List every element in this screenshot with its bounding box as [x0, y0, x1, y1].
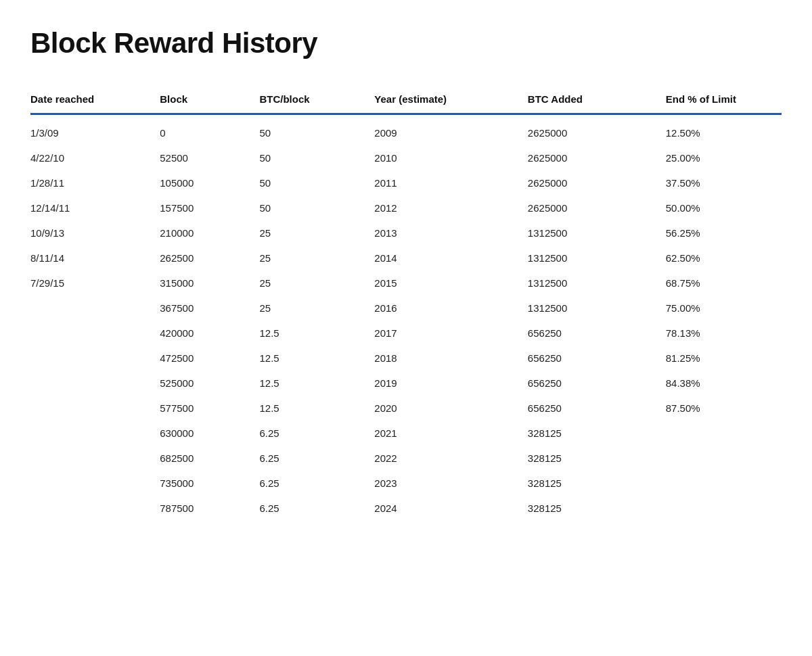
- cell-btcblock-15: 6.25: [252, 496, 367, 521]
- column-header-date: Date reached: [30, 87, 153, 114]
- column-header-block: Block: [153, 87, 252, 114]
- cell-date-4: 10/9/13: [30, 220, 153, 245]
- cell-block-4: 210000: [153, 220, 252, 245]
- cell-block-0: 0: [153, 114, 252, 146]
- table-row: 52500012.5201965625084.38%: [30, 371, 782, 396]
- cell-btcblock-8: 12.5: [252, 321, 367, 346]
- cell-btcblock-2: 50: [252, 170, 367, 195]
- cell-btcblock-10: 12.5: [252, 371, 367, 396]
- cell-date-3: 12/14/11: [30, 195, 153, 220]
- cell-btcblock-4: 25: [252, 220, 367, 245]
- cell-endlimit-13: [659, 446, 782, 471]
- cell-date-0: 1/3/09: [30, 114, 153, 146]
- table-row: 12/14/11157500502012262500050.00%: [30, 195, 782, 220]
- page-title: Block Reward History: [30, 27, 782, 60]
- cell-date-1: 4/22/10: [30, 145, 153, 170]
- column-header-btcadded: BTC Added: [521, 87, 659, 114]
- cell-year-14: 2023: [367, 471, 521, 496]
- cell-btcadded-3: 2625000: [521, 195, 659, 220]
- table-row: 367500252016131250075.00%: [30, 296, 782, 321]
- cell-year-10: 2019: [367, 371, 521, 396]
- table-row: 42000012.5201765625078.13%: [30, 321, 782, 346]
- cell-block-6: 315000: [153, 271, 252, 296]
- cell-year-15: 2024: [367, 496, 521, 521]
- cell-year-3: 2012: [367, 195, 521, 220]
- table-row: 6825006.252022328125: [30, 446, 782, 471]
- table-row: 6300006.252021328125: [30, 421, 782, 446]
- cell-year-6: 2015: [367, 271, 521, 296]
- cell-block-5: 262500: [153, 245, 252, 271]
- cell-btcblock-12: 6.25: [252, 421, 367, 446]
- cell-year-5: 2014: [367, 245, 521, 271]
- cell-btcadded-13: 328125: [521, 446, 659, 471]
- cell-year-8: 2017: [367, 321, 521, 346]
- cell-year-4: 2013: [367, 220, 521, 245]
- cell-date-6: 7/29/15: [30, 271, 153, 296]
- cell-endlimit-12: [659, 421, 782, 446]
- cell-btcadded-1: 2625000: [521, 145, 659, 170]
- cell-year-9: 2018: [367, 346, 521, 371]
- cell-btcblock-6: 25: [252, 271, 367, 296]
- cell-endlimit-0: 12.50%: [659, 114, 782, 146]
- cell-block-11: 577500: [153, 396, 252, 421]
- cell-endlimit-10: 84.38%: [659, 371, 782, 396]
- cell-year-1: 2010: [367, 145, 521, 170]
- cell-btcadded-9: 656250: [521, 346, 659, 371]
- cell-date-2: 1/28/11: [30, 170, 153, 195]
- cell-block-7: 367500: [153, 296, 252, 321]
- cell-btcadded-8: 656250: [521, 321, 659, 346]
- cell-date-13: [30, 446, 153, 471]
- cell-btcadded-2: 2625000: [521, 170, 659, 195]
- column-header-year: Year (estimate): [367, 87, 521, 114]
- cell-btcblock-9: 12.5: [252, 346, 367, 371]
- cell-block-8: 420000: [153, 321, 252, 346]
- cell-endlimit-14: [659, 471, 782, 496]
- cell-btcblock-1: 50: [252, 145, 367, 170]
- cell-btcadded-4: 1312500: [521, 220, 659, 245]
- cell-btcblock-7: 25: [252, 296, 367, 321]
- cell-btcblock-14: 6.25: [252, 471, 367, 496]
- column-header-endlimit: End % of Limit: [659, 87, 782, 114]
- cell-block-3: 157500: [153, 195, 252, 220]
- cell-endlimit-2: 37.50%: [659, 170, 782, 195]
- cell-endlimit-8: 78.13%: [659, 321, 782, 346]
- table-row: 7/29/15315000252015131250068.75%: [30, 271, 782, 296]
- cell-block-1: 52500: [153, 145, 252, 170]
- cell-year-0: 2009: [367, 114, 521, 146]
- block-reward-table: Date reachedBlockBTC/blockYear (estimate…: [30, 87, 782, 521]
- cell-date-8: [30, 321, 153, 346]
- cell-btcadded-5: 1312500: [521, 245, 659, 271]
- cell-endlimit-11: 87.50%: [659, 396, 782, 421]
- cell-btcadded-12: 328125: [521, 421, 659, 446]
- cell-endlimit-3: 50.00%: [659, 195, 782, 220]
- cell-block-2: 105000: [153, 170, 252, 195]
- cell-btcblock-0: 50: [252, 114, 367, 146]
- cell-block-10: 525000: [153, 371, 252, 396]
- cell-year-7: 2016: [367, 296, 521, 321]
- cell-date-10: [30, 371, 153, 396]
- cell-endlimit-1: 25.00%: [659, 145, 782, 170]
- table-row: 57750012.5202065625087.50%: [30, 396, 782, 421]
- cell-year-13: 2022: [367, 446, 521, 471]
- table-row: 7875006.252024328125: [30, 496, 782, 521]
- cell-date-14: [30, 471, 153, 496]
- cell-btcadded-6: 1312500: [521, 271, 659, 296]
- table-row: 47250012.5201865625081.25%: [30, 346, 782, 371]
- column-header-btcblock: BTC/block: [252, 87, 367, 114]
- table-row: 1/28/11105000502011262500037.50%: [30, 170, 782, 195]
- cell-block-13: 682500: [153, 446, 252, 471]
- cell-date-12: [30, 421, 153, 446]
- cell-year-11: 2020: [367, 396, 521, 421]
- cell-block-12: 630000: [153, 421, 252, 446]
- cell-endlimit-15: [659, 496, 782, 521]
- cell-btcblock-3: 50: [252, 195, 367, 220]
- cell-btcadded-7: 1312500: [521, 296, 659, 321]
- cell-date-7: [30, 296, 153, 321]
- cell-year-12: 2021: [367, 421, 521, 446]
- cell-block-15: 787500: [153, 496, 252, 521]
- cell-btcblock-11: 12.5: [252, 396, 367, 421]
- cell-year-2: 2011: [367, 170, 521, 195]
- cell-block-9: 472500: [153, 346, 252, 371]
- cell-btcblock-13: 6.25: [252, 446, 367, 471]
- cell-btcadded-14: 328125: [521, 471, 659, 496]
